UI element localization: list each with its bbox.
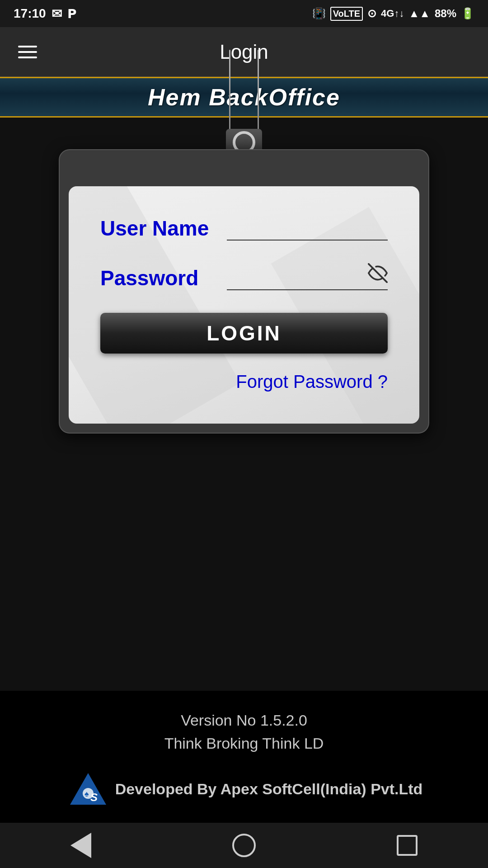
id-card-outer: User Name Password: [59, 149, 429, 434]
lanyard-strings: [229, 50, 259, 131]
footer-version-line1: Version No 1.5.2.0: [164, 709, 324, 732]
forgot-password-link[interactable]: Forgot Password ?: [236, 372, 388, 392]
username-row: User Name: [100, 213, 388, 241]
footer-developer-text: Developed By Apex SoftCell(India) Pvt.Lt…: [115, 780, 423, 798]
lanyard-string-right: [258, 50, 259, 131]
login-button[interactable]: LOGIN: [100, 313, 388, 354]
forgot-password-container: Forgot Password ?: [100, 372, 388, 392]
nav-bar: [0, 823, 488, 868]
status-right: 📳 VoLTE ⊙ 4G↑↓ ▲▲ 88% 🔋: [312, 7, 474, 21]
password-input-wrapper: [227, 263, 388, 290]
svg-text:♠: ♠: [84, 789, 89, 798]
status-battery: 88%: [435, 7, 456, 20]
status-battery-icon: 🔋: [461, 7, 474, 20]
footer-version: Version No 1.5.2.0 Think Broking Think L…: [164, 709, 324, 755]
status-time: 17:10: [14, 6, 46, 21]
password-label: Password: [100, 266, 227, 290]
username-label: User Name: [100, 216, 227, 241]
username-input-wrapper: [227, 213, 388, 241]
password-row: Password: [100, 263, 388, 290]
apex-logo: ♠ S: [66, 769, 106, 809]
footer-developer-row: ♠ S Developed By Apex SoftCell(India) Pv…: [66, 769, 423, 809]
nav-home-icon: [232, 834, 256, 857]
hamburger-menu[interactable]: [18, 46, 37, 58]
status-signal-icon: ▲▲: [408, 7, 430, 20]
status-bar: 17:10 ✉ 𝗣 📳 VoLTE ⊙ 4G↑↓ ▲▲ 88% 🔋: [0, 0, 488, 27]
id-card-inner: User Name Password: [69, 186, 419, 424]
footer-version-line2: Think Broking Think LD: [164, 732, 324, 755]
status-icon-email: ✉: [52, 6, 62, 21]
lanyard-string-left: [229, 50, 230, 131]
hamburger-line-2: [18, 51, 37, 53]
footer: Version No 1.5.2.0 Think Broking Think L…: [0, 691, 488, 823]
id-card-section: User Name Password: [59, 149, 429, 434]
svg-text:S: S: [90, 791, 98, 803]
main-content: User Name Password: [0, 118, 488, 764]
nav-back-icon: [70, 833, 91, 858]
toggle-password-icon[interactable]: [368, 263, 388, 288]
nav-back-button[interactable]: [70, 833, 91, 858]
hamburger-line-3: [18, 57, 37, 58]
status-vibrate-icon: 📳: [312, 7, 326, 20]
password-input[interactable]: [227, 263, 388, 290]
username-input[interactable]: [227, 213, 388, 241]
nav-recents-button[interactable]: [397, 835, 418, 856]
status-volte-icon: VoLTE: [330, 7, 363, 21]
nav-home-button[interactable]: [232, 834, 256, 857]
nav-recents-icon: [397, 835, 418, 856]
status-4g-icon: 4G↑↓: [381, 8, 404, 19]
hamburger-line-1: [18, 46, 37, 47]
status-left: 17:10 ✉ 𝗣: [14, 6, 77, 21]
status-icon-p: 𝗣: [67, 6, 77, 21]
status-wifi-icon: ⊙: [367, 7, 376, 20]
